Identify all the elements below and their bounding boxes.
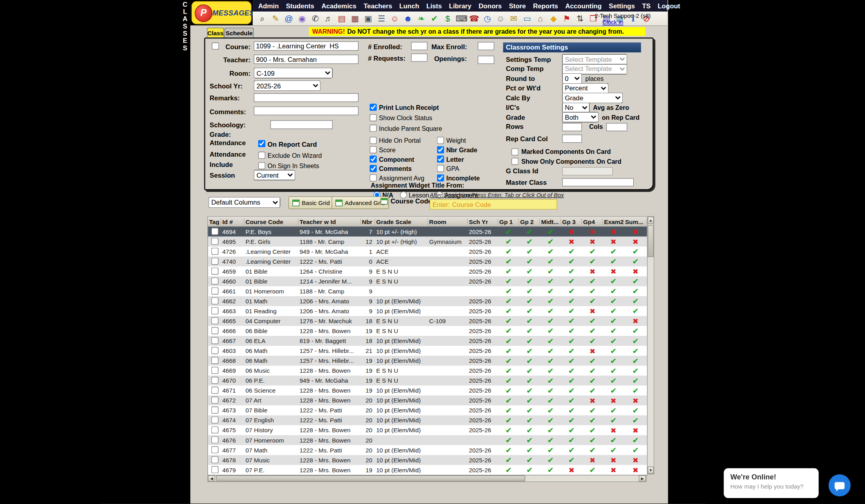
row-tag-checkbox[interactable]: [211, 446, 218, 453]
openings-input[interactable]: [478, 56, 495, 64]
cd-icon[interactable]: ◉: [297, 14, 307, 23]
nav-item-donors[interactable]: Donors: [479, 2, 502, 10]
money-icon[interactable]: $: [443, 14, 453, 23]
nav-item-teachers[interactable]: Teachers: [364, 2, 392, 10]
option-comments[interactable]: Comments: [370, 164, 424, 173]
option-component[interactable]: Component: [370, 154, 424, 164]
clock-icon[interactable]: ◷: [482, 14, 493, 23]
teacher-input[interactable]: [254, 55, 359, 64]
column-header-room[interactable]: Room: [428, 218, 468, 225]
people-icon[interactable]: ☺: [495, 14, 506, 23]
comp-temp-select[interactable]: Select Template: [562, 64, 627, 74]
tab-schedule[interactable]: Schedule: [224, 28, 254, 38]
approve-icon[interactable]: ✔: [429, 14, 439, 23]
nav-item-library[interactable]: Library: [449, 2, 472, 10]
clock-in-link[interactable]: Clock In: [602, 19, 666, 25]
on-report-card-checkbox[interactable]: [258, 140, 265, 147]
pct-or-wtd-select[interactable]: Percent: [562, 83, 608, 94]
row-tag-checkbox[interactable]: [211, 287, 218, 294]
option-score[interactable]: Score: [370, 145, 424, 155]
row-tag-checkbox[interactable]: [211, 307, 218, 314]
envelope-icon[interactable]: ✉: [508, 14, 519, 23]
marked-components-option[interactable]: Marked Components On Card: [511, 148, 611, 155]
column-header-id[interactable]: Id #: [221, 218, 244, 225]
column-header-exam2[interactable]: Exam2: [603, 218, 624, 225]
table-row[interactable]: 467607 Homeroom1228 - Mrs. Bowen20✔✔✔✔✔✔…: [208, 435, 647, 445]
cols-input[interactable]: [606, 123, 627, 131]
option-show-clock-status[interactable]: Show Clock Status: [370, 113, 442, 123]
report-icon[interactable]: ☰: [376, 14, 387, 23]
round-to-select[interactable]: 0: [562, 73, 582, 84]
mailbox-icon[interactable]: ⌂: [535, 14, 545, 23]
student-blue-icon[interactable]: ☻: [403, 14, 413, 23]
table-row[interactable]: 466906 Music1228 - Mrs. Bowen19E S N U20…: [208, 366, 647, 376]
row-tag-checkbox[interactable]: [211, 247, 218, 255]
marked-components-checkbox[interactable]: [511, 148, 518, 155]
room-select[interactable]: C-109: [254, 68, 333, 78]
tab-class[interactable]: Class: [207, 28, 224, 38]
chat-launcher-button[interactable]: [829, 474, 851, 496]
table-row[interactable]: 4694P.E. Boys949 - Mr. McGaha710 pt +/- …: [208, 227, 647, 237]
diamond-icon[interactable]: ◆: [549, 14, 559, 23]
column-header-sum[interactable]: Sum...: [624, 218, 647, 225]
column-header-tag[interactable]: Tag: [208, 218, 221, 225]
search-icon[interactable]: ⌕: [257, 14, 267, 23]
row-tag-checkbox[interactable]: [211, 406, 218, 413]
course-code-search-input[interactable]: [430, 199, 557, 209]
table-row[interactable]: 466301 Reading1206 - Mrs. Amato910 pt (E…: [208, 306, 647, 316]
row-tag-checkbox[interactable]: [211, 257, 218, 264]
show-only-components-option[interactable]: Show Only Components On Card: [511, 158, 621, 165]
option-gpa[interactable]: GPA: [437, 164, 480, 173]
option-letter-checkbox[interactable]: [437, 155, 444, 163]
table-row[interactable]: 467207 Art1228 - Mrs. Bowen2010 pt (Elem…: [208, 395, 647, 405]
flag-icon[interactable]: ⚑: [562, 14, 572, 23]
row-tag-checkbox[interactable]: [211, 277, 218, 284]
table-row[interactable]: 467006 P.E.949 - Mr. McGaha19E S N U2025…: [208, 376, 647, 385]
card-icon[interactable]: ▭: [522, 14, 532, 23]
row-tag-checkbox[interactable]: [211, 366, 218, 374]
option-assignment-avg[interactable]: Assignment Avg: [370, 173, 424, 183]
mobile-icon[interactable]: ✆: [310, 14, 320, 23]
columns-select[interactable]: Default Columns: [209, 197, 280, 208]
option-letter[interactable]: Letter: [437, 154, 480, 164]
course-input[interactable]: [254, 41, 359, 51]
table-row[interactable]: 467807 Music1228 - Mrs. Bowen2010 pt (El…: [208, 455, 647, 465]
nav-item-students[interactable]: Students: [286, 2, 314, 10]
school-yr-select[interactable]: 2025-26: [254, 80, 320, 91]
nav-item-ts[interactable]: TS: [642, 2, 650, 10]
column-header-gp-3[interactable]: Gp 3: [561, 218, 582, 225]
option-gpa-checkbox[interactable]: [437, 165, 444, 172]
row-tag-checkbox[interactable]: [211, 376, 218, 383]
row-tag-checkbox[interactable]: [211, 436, 218, 443]
calendar-icon[interactable]: ▦: [350, 14, 360, 23]
grade-setting-select[interactable]: Both: [562, 112, 598, 123]
table-row[interactable]: 467907 P.E.1228 - Mrs. Bowen1910 pt (Ele…: [208, 465, 647, 475]
film-icon[interactable]: ▤: [336, 14, 347, 23]
option-hide-on-portal-checkbox[interactable]: [370, 137, 377, 144]
table-row[interactable]: 467106 Science1228 - Mrs. Bowen1910 pt (…: [208, 385, 647, 395]
max-enroll-input[interactable]: [478, 42, 495, 50]
row-tag-checkbox[interactable]: [211, 327, 218, 334]
column-header-gp-1[interactable]: Gp 1: [498, 218, 519, 225]
option-print-lunch-receipt[interactable]: Print Lunch Receipt: [370, 102, 442, 112]
column-header-course-code[interactable]: Course Code: [244, 218, 298, 225]
row-tag-checkbox[interactable]: [211, 347, 218, 354]
remarks-input[interactable]: [254, 93, 359, 102]
row-tag-checkbox[interactable]: [211, 456, 218, 463]
master-class-input[interactable]: [562, 178, 634, 187]
row-tag-checkbox[interactable]: [211, 228, 218, 235]
requests-input[interactable]: [411, 54, 428, 62]
option-comments-checkbox[interactable]: [370, 165, 377, 172]
grid-vertical-scrollbar[interactable]: ▲ ▼: [647, 216, 654, 474]
nav-item-settings[interactable]: Settings: [609, 2, 635, 10]
column-header-teacher-w-id[interactable]: Teacher w Id: [298, 218, 361, 225]
row-tag-checkbox[interactable]: [211, 396, 218, 403]
compose-icon[interactable]: ✎: [270, 14, 281, 23]
column-header-gp4[interactable]: Gp4: [582, 218, 603, 225]
calc-by-select[interactable]: Grade: [562, 93, 623, 103]
row-tag-checkbox[interactable]: [211, 297, 218, 304]
column-header-midt[interactable]: Midt...: [540, 218, 561, 225]
row-tag-checkbox[interactable]: [211, 466, 218, 473]
option-include-parent-square[interactable]: Include Parent Square: [370, 123, 442, 133]
exclude-on-wizard-checkbox[interactable]: [258, 151, 265, 159]
